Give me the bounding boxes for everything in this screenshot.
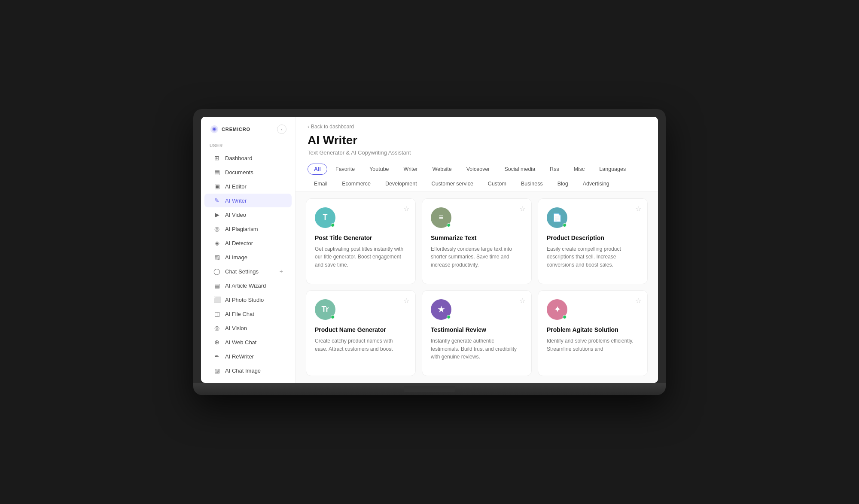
card-post-title-generator[interactable]: ☆TPost Title GeneratorGet captivating po… <box>306 198 416 284</box>
dashboard-icon: ⊞ <box>213 155 221 161</box>
card-summarize-text-icon: ≡ <box>431 207 451 228</box>
filter-tab-youtube[interactable]: Youtube <box>363 164 395 175</box>
sidebar-item-ai-image[interactable]: ▨AI Image <box>204 250 292 264</box>
ai-writer-label: AI Writer <box>225 197 283 204</box>
card-product-name-generator[interactable]: ☆TrProduct Name GeneratorCreate catchy p… <box>306 290 416 376</box>
svg-point-2 <box>213 128 216 131</box>
ai-writer-icon: ✎ <box>213 197 221 204</box>
sidebar-item-ai-plagiarism[interactable]: ◎AI Plagiarism <box>204 222 292 236</box>
filter-tab-misc[interactable]: Misc <box>567 164 591 175</box>
main-header: ‹ Back to dashboard AI Writer Text Gener… <box>295 117 658 191</box>
filter-tab-development[interactable]: Development <box>379 178 423 189</box>
filter-tab-writer[interactable]: Writer <box>397 164 424 175</box>
filter-row-2: EmailEcommerceDevelopmentCustomer servic… <box>308 176 646 191</box>
ai-vision-icon: ◎ <box>213 325 221 331</box>
sidebar-nav: ⊞Dashboard▤Documents▣AI Editor✎AI Writer… <box>201 151 295 378</box>
documents-icon: ▤ <box>213 169 221 176</box>
filter-tab-languages[interactable]: Languages <box>593 164 632 175</box>
card-product-description[interactable]: ☆📄Product DescriptionEasily create compe… <box>538 198 648 284</box>
sidebar: CREMICRO ‹ USER ⊞Dashboard▤Documents▣AI … <box>201 117 295 383</box>
card-testimonial-review-icon: ★ <box>431 299 451 320</box>
sidebar-item-ai-vision[interactable]: ◎AI Vision <box>204 321 292 335</box>
ai-video-icon: ▶ <box>213 211 221 218</box>
filter-tab-voiceover[interactable]: Voiceover <box>460 164 497 175</box>
card-product-description-desc: Easily create compelling product descrip… <box>547 245 639 269</box>
card-post-title-generator-star[interactable]: ☆ <box>403 205 409 213</box>
sidebar-item-ai-chat-image[interactable]: ▨AI Chat Image <box>204 364 292 377</box>
sidebar-item-ai-article-wizard[interactable]: ▤AI Article Wizard <box>204 279 292 292</box>
card-summarize-text-title: Summarize Text <box>431 234 523 242</box>
filter-tab-favorite[interactable]: Favorite <box>329 164 361 175</box>
page-subtitle: Text Generator & AI Copywriting Assistan… <box>308 149 646 156</box>
sidebar-logo: CREMICRO ‹ <box>201 117 295 139</box>
card-post-title-generator-desc: Get captivating post titles instantly wi… <box>315 245 407 269</box>
filter-tab-ecommerce[interactable]: Ecommerce <box>335 178 377 189</box>
card-product-name-generator-star[interactable]: ☆ <box>403 297 409 305</box>
card-summarize-text-dot <box>447 223 451 227</box>
sidebar-item-ai-video[interactable]: ▶AI Video <box>204 208 292 222</box>
sidebar-item-ai-web-chat[interactable]: ⊕AI Web Chat <box>204 335 292 349</box>
ai-image-icon: ▨ <box>213 254 221 261</box>
sidebar-item-dashboard[interactable]: ⊞Dashboard <box>204 151 292 165</box>
filter-tab-business[interactable]: Business <box>515 178 549 189</box>
card-problem-agitate-solution-star[interactable]: ☆ <box>635 297 641 305</box>
ai-file-chat-icon: ◫ <box>213 310 221 317</box>
card-summarize-text-star[interactable]: ☆ <box>519 205 525 213</box>
ai-photo-studio-label: AI Photo Studio <box>225 297 283 303</box>
sidebar-item-ai-detector[interactable]: ◈AI Detector <box>204 236 292 250</box>
filter-tab-customer-service[interactable]: Customer service <box>425 178 480 189</box>
logo-text: CREMICRO <box>222 127 250 132</box>
ai-article-wizard-label: AI Article Wizard <box>225 282 283 289</box>
card-problem-agitate-solution-title: Problem Agitate Solution <box>547 326 639 334</box>
ai-vision-label: AI Vision <box>225 325 283 331</box>
filter-tab-advertising[interactable]: Advertising <box>576 178 616 189</box>
filter-tab-rss[interactable]: Rss <box>543 164 566 175</box>
sidebar-item-ai-editor[interactable]: ▣AI Editor <box>204 179 292 193</box>
card-testimonial-review-dot <box>447 315 451 319</box>
ai-plagiarism-icon: ◎ <box>213 225 221 232</box>
filter-tab-email[interactable]: Email <box>308 178 334 189</box>
sidebar-item-documents[interactable]: ▤Documents <box>204 165 292 179</box>
sidebar-item-ai-rewriter[interactable]: ✒AI ReWriter <box>204 349 292 363</box>
card-problem-agitate-solution[interactable]: ☆✦Problem Agitate SolutionIdentify and s… <box>538 290 648 376</box>
card-testimonial-review-title: Testimonial Review <box>431 326 523 334</box>
card-product-description-dot <box>563 223 567 227</box>
back-link[interactable]: ‹ Back to dashboard <box>308 124 646 130</box>
filter-tab-all[interactable]: All <box>308 164 327 175</box>
ai-plagiarism-label: AI Plagiarism <box>225 226 283 232</box>
ai-chat-image-icon: ▨ <box>213 367 221 374</box>
card-problem-agitate-solution-icon: ✦ <box>547 299 567 320</box>
dashboard-label: Dashboard <box>225 155 283 161</box>
chat-settings-icon: ◯ <box>213 268 221 275</box>
card-product-name-generator-desc: Create catchy product names with ease. A… <box>315 337 407 353</box>
card-post-title-generator-dot <box>331 223 335 227</box>
collapse-button[interactable]: ‹ <box>277 124 286 134</box>
card-product-description-icon: 📄 <box>547 207 567 228</box>
sidebar-item-chat-settings[interactable]: ◯Chat Settings+ <box>204 264 292 278</box>
filter-tab-blog[interactable]: Blog <box>551 178 575 189</box>
sidebar-item-ai-writer[interactable]: ✎AI Writer <box>204 194 292 207</box>
filter-tab-website[interactable]: Website <box>426 164 458 175</box>
card-summarize-text[interactable]: ☆≡Summarize TextEffortlessly condense la… <box>422 198 532 284</box>
ai-editor-label: AI Editor <box>225 183 283 190</box>
card-testimonial-review-star[interactable]: ☆ <box>519 297 525 305</box>
page-title: AI Writer <box>308 133 646 148</box>
card-problem-agitate-solution-desc: Identify and solve problems efficiently.… <box>547 337 639 353</box>
card-summarize-text-desc: Effortlessly condense large text into sh… <box>431 245 523 269</box>
card-testimonial-review[interactable]: ☆★Testimonial ReviewInstantly generate a… <box>422 290 532 376</box>
ai-rewriter-icon: ✒ <box>213 353 221 360</box>
back-arrow-icon: ‹ <box>308 124 309 130</box>
logo: CREMICRO <box>210 124 250 134</box>
card-product-description-title: Product Description <box>547 234 639 242</box>
card-product-description-star[interactable]: ☆ <box>635 205 641 213</box>
sidebar-item-ai-file-chat[interactable]: ◫AI File Chat <box>204 307 292 321</box>
card-problem-agitate-solution-dot <box>563 315 567 319</box>
filter-tab-custom[interactable]: Custom <box>481 178 513 189</box>
chat-settings-plus[interactable]: + <box>280 268 283 275</box>
filter-tab-social-media[interactable]: Social media <box>498 164 542 175</box>
back-link-text: Back to dashboard <box>311 124 354 130</box>
ai-video-label: AI Video <box>225 212 283 218</box>
sidebar-section-user: USER <box>201 139 295 151</box>
ai-article-wizard-icon: ▤ <box>213 282 221 289</box>
sidebar-item-ai-photo-studio[interactable]: ⬜AI Photo Studio <box>204 293 292 307</box>
